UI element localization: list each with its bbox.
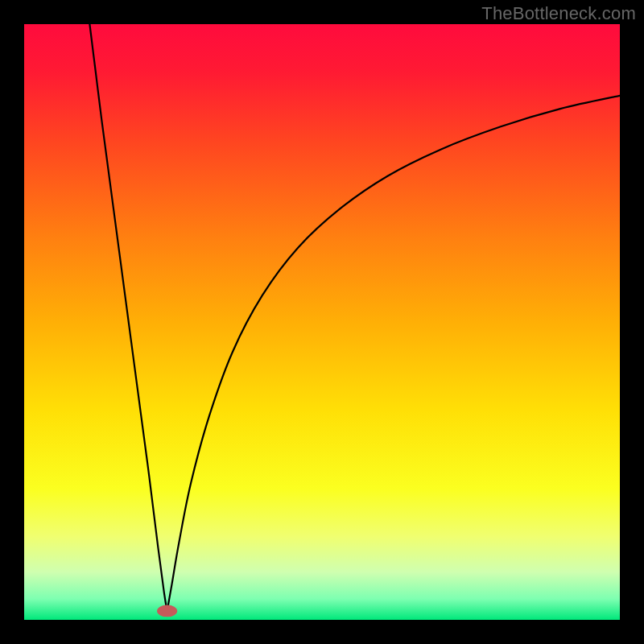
watermark-text: TheBottleneck.com — [481, 3, 636, 24]
minimum-marker — [157, 605, 177, 617]
chart-frame: TheBottleneck.com — [0, 0, 644, 644]
chart-svg — [24, 24, 620, 620]
gradient-background — [24, 24, 620, 620]
plot-area — [24, 24, 620, 620]
